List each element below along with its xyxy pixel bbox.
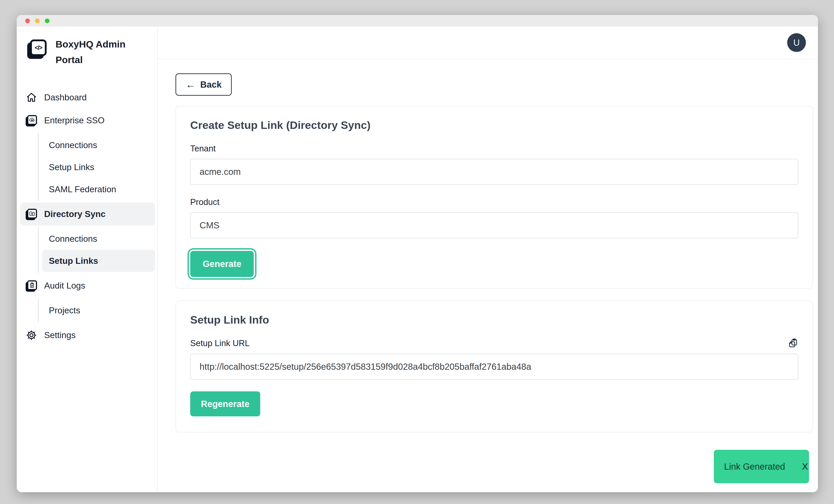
directory-sync-sublist: Connections Setup Links [38, 227, 155, 273]
sidebar-item-settings[interactable]: Settings [20, 324, 155, 347]
copy-button[interactable] [788, 338, 798, 348]
sidebar-subitem-sso-connections[interactable]: Connections [42, 134, 155, 156]
top-header: U [158, 26, 818, 59]
maximize-window-button[interactable] [45, 19, 49, 23]
home-icon [25, 91, 38, 104]
sidebar-item-dashboard[interactable]: Dashboard [20, 86, 155, 109]
enterprise-sso-sublist: Connections Setup Links SAML Federation [38, 133, 155, 201]
close-window-button[interactable] [25, 19, 30, 23]
page-content: ← Back Create Setup Link (Directory Sync… [158, 59, 818, 492]
back-button[interactable]: ← Back [175, 73, 232, 96]
sidebar-subitem-dsync-connections[interactable]: Connections [42, 228, 155, 250]
window-titlebar [17, 15, 818, 26]
directory-folder-icon [25, 207, 38, 221]
toast-link-generated: Link Generated X [714, 450, 809, 483]
sidebar-subitem-dsync-setup-links[interactable]: Setup Links [42, 250, 155, 272]
app-title: BoxyHQ Admin Portal [56, 36, 134, 68]
tenant-input[interactable] [190, 159, 798, 185]
minimize-window-button[interactable] [35, 19, 40, 23]
sidebar-nav: Dashboard Enterprise SSO [17, 86, 157, 347]
sidebar-item-audit-logs[interactable]: Audit Logs [20, 274, 155, 297]
copy-icon [788, 338, 798, 348]
product-label: Product [190, 197, 798, 207]
setup-link-url-label: Setup Link URL [190, 338, 249, 348]
sidebar-subitem-saml-federation[interactable]: SAML Federation [42, 178, 155, 200]
user-avatar[interactable]: U [787, 33, 806, 52]
regenerate-button[interactable]: Regenerate [190, 391, 260, 416]
product-input[interactable] [190, 212, 798, 238]
back-button-label: Back [200, 80, 222, 90]
sso-cloud-icon [25, 114, 38, 127]
info-card-title: Setup Link Info [190, 313, 798, 326]
sidebar-item-label: Directory Sync [44, 209, 106, 219]
create-card-title: Create Setup Link (Directory Sync) [190, 119, 798, 131]
gear-icon [25, 329, 38, 342]
sidebar-item-label: Enterprise SSO [44, 115, 105, 125]
setup-link-url-input[interactable] [190, 354, 798, 380]
sidebar-item-directory-sync[interactable]: Directory Sync [20, 202, 155, 225]
toast-close-button[interactable]: X [802, 462, 808, 472]
audit-clipboard-icon [25, 279, 38, 292]
audit-logs-sublist: Projects [38, 299, 155, 322]
boxyhq-logo-icon: </> [30, 40, 47, 56]
app-body: </> BoxyHQ Admin Portal Dashboard [17, 26, 818, 492]
sidebar: </> BoxyHQ Admin Portal Dashboard [17, 26, 158, 492]
sidebar-item-label: Settings [44, 330, 75, 340]
sidebar-item-label: Dashboard [44, 92, 87, 102]
back-arrow-icon: ← [185, 80, 196, 90]
setup-link-info-card: Setup Link Info Setup Link URL [175, 301, 813, 433]
create-setup-link-card: Create Setup Link (Directory Sync) Tenan… [175, 106, 813, 289]
sidebar-subitem-projects[interactable]: Projects [42, 299, 155, 321]
sidebar-item-label: Audit Logs [44, 281, 85, 290]
main-area: U ← Back Create Setup Link (Directory Sy… [158, 26, 818, 492]
app-window: </> BoxyHQ Admin Portal Dashboard [17, 15, 818, 492]
toast-message: Link Generated [724, 462, 785, 472]
sidebar-subitem-sso-setup-links[interactable]: Setup Links [42, 156, 155, 178]
generate-button[interactable]: Generate [190, 251, 254, 277]
setup-link-url-row: Setup Link URL [190, 338, 798, 348]
sidebar-item-enterprise-sso[interactable]: Enterprise SSO [20, 109, 155, 132]
tenant-label: Tenant [190, 144, 798, 153]
brand: </> BoxyHQ Admin Portal [17, 36, 157, 68]
